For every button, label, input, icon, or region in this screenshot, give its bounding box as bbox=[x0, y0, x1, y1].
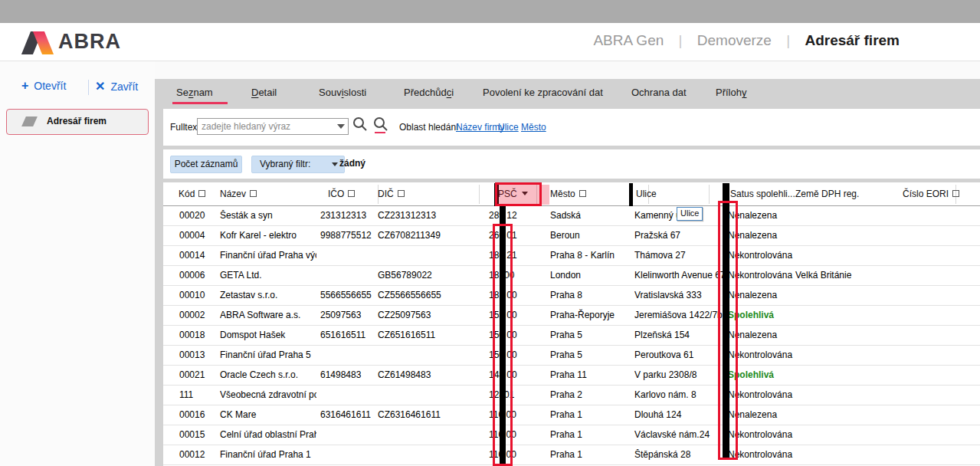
table-row[interactable]: 00020Šesták a syn231312313CZ231312313289… bbox=[163, 205, 980, 226]
column-header--slo-eori[interactable]: Číslo EORI bbox=[903, 189, 959, 199]
column-header-zem-dph-reg-[interactable]: Země DPH reg. bbox=[795, 189, 859, 199]
search-panel: Fulltext zadejte hledaný výraz Oblast hl… bbox=[163, 109, 980, 146]
cell-mesto: Praha 1 bbox=[550, 429, 582, 440]
table-row[interactable]: 00021Oracle Czech s.r.o.61498483CZ614984… bbox=[163, 365, 980, 386]
scope-link-ulice[interactable]: Ulice bbox=[498, 122, 519, 133]
column-header-n-zev[interactable]: Název bbox=[220, 189, 257, 199]
cell-kod: 00010 bbox=[179, 290, 205, 300]
cell-kod: 00002 bbox=[179, 310, 205, 320]
column-header-di-[interactable]: DIČ bbox=[378, 189, 405, 199]
search-icon[interactable] bbox=[352, 116, 369, 135]
open-button[interactable]: +Otevřít bbox=[21, 79, 66, 93]
table-row[interactable]: 00010Zetastav s.r.o.5566556655CZ55665566… bbox=[163, 285, 980, 306]
cell-ulice: V parku 2308/8 bbox=[634, 369, 727, 380]
cell-ulice: Pražská 67 bbox=[634, 230, 727, 241]
abra-logo-text: ABRA bbox=[58, 30, 121, 54]
tab-p-lohy[interactable]: Přílohy bbox=[716, 87, 746, 98]
selected-filter-dropdown[interactable]: Vybraný filtr: bbox=[251, 156, 345, 173]
cell-mesto: Praha 8 bbox=[550, 290, 582, 300]
scope-link-m-sto[interactable]: Město bbox=[521, 122, 546, 133]
cell-nazev: Finanční úřad Praha 5 bbox=[220, 350, 316, 360]
column-drag-line-ulice-header bbox=[629, 183, 633, 206]
cell-dic: CZ5566556655 bbox=[378, 290, 441, 300]
column-header-i-o[interactable]: IČO bbox=[328, 189, 355, 199]
cell-nazev: Finanční úřad Praha 1 bbox=[220, 449, 316, 460]
cell-ico: 6316461611 bbox=[320, 409, 371, 420]
cell-dic: CZ231312313 bbox=[378, 210, 436, 221]
breadcrumb-env: Demoverze bbox=[697, 32, 772, 48]
tab-souvislosti[interactable]: Souvislosti bbox=[319, 87, 366, 98]
cell-kod: 00018 bbox=[179, 330, 205, 340]
cell-ulice: Dlouhá 124 bbox=[634, 409, 727, 420]
sidebar: +Otevřít ✕Zavřít Adresář firem bbox=[0, 61, 155, 466]
cell-kod: 00021 bbox=[179, 369, 205, 380]
filter-square-icon bbox=[348, 190, 355, 197]
drag-tooltip: Ulice bbox=[677, 207, 703, 221]
tab-detail[interactable]: Detail bbox=[251, 87, 277, 98]
table-row[interactable]: 00006GETA Ltd.GB5678902218100LondonKleli… bbox=[163, 265, 980, 286]
column-header-satus-spolehli-[interactable]: Satus spolehli... bbox=[730, 189, 795, 199]
cell-kod: 00015 bbox=[179, 429, 205, 440]
sidebar-item-adresar-firem[interactable]: Adresář firem bbox=[6, 109, 149, 135]
table-row[interactable]: 00013Finanční úřad Praha 5150 00Praha 5P… bbox=[163, 345, 980, 366]
table-row[interactable]: 00012Finanční úřad Praha 1110 00Praha 1Š… bbox=[163, 445, 980, 465]
cell-dic: CZ61498483 bbox=[378, 369, 431, 380]
filter-square-icon bbox=[579, 190, 586, 197]
cell-nazev: Kofr Karel - elektro bbox=[220, 230, 316, 241]
table-row[interactable]: 00016CK Mare6316461611CZ6316461611110 00… bbox=[163, 405, 980, 425]
cell-nazev: Oracle Czech s.r.o. bbox=[220, 369, 316, 380]
cell-mesto: Praha 11 bbox=[550, 369, 587, 380]
table-row[interactable]: 111Všeobecná zdravotní pojišťovna12801Pr… bbox=[163, 385, 980, 405]
cell-nazev: CK Mare bbox=[220, 409, 316, 420]
cell-nazev: Celní úřad oblastní Praha bbox=[220, 429, 316, 440]
tab-seznam[interactable]: Seznam bbox=[176, 87, 213, 98]
cell-ico: 9988775512 bbox=[320, 230, 372, 241]
fulltext-label: Fulltext bbox=[170, 122, 200, 133]
tab-povolen-ke-zpracov-n-dat[interactable]: Povolení ke zpracování dat bbox=[483, 87, 603, 98]
table-row[interactable]: 00018Domspot Hašek651616511CZ65161651115… bbox=[163, 325, 980, 346]
column-header-m-sto[interactable]: Město bbox=[550, 189, 586, 199]
cell-nazev: Šesták a syn bbox=[220, 210, 316, 221]
cell-ulice: Štěpánská 28 bbox=[634, 449, 727, 460]
column-separator bbox=[709, 185, 710, 204]
cell-ulice: Thámova 27 bbox=[634, 250, 727, 261]
cell-dic: CZ25097563 bbox=[378, 310, 431, 320]
window-top-bar bbox=[0, 0, 980, 23]
active-tab-underline bbox=[172, 102, 228, 104]
highlight-psc-column bbox=[493, 224, 513, 466]
cell-mesto: Praha 8 - Karlín bbox=[550, 250, 615, 261]
highlight-status-column bbox=[718, 201, 738, 460]
cell-nazev: Zetastav s.r.o. bbox=[220, 290, 316, 300]
cell-ico: 231312313 bbox=[320, 210, 366, 221]
highlight-psc-header bbox=[495, 182, 542, 206]
tab-bar: SeznamDetailSouvislostiPředchůdciPovolen… bbox=[155, 79, 980, 107]
fulltext-search-icon[interactable] bbox=[373, 116, 390, 135]
cell-dic: CZ651616511 bbox=[378, 330, 435, 340]
cell-mesto: Praha-Řeporyje bbox=[550, 310, 615, 320]
scope-link-n-zev-firmy[interactable]: Název firmy bbox=[456, 122, 504, 133]
cell-dic: CZ6316461611 bbox=[378, 409, 441, 420]
tab-p-edch-dci[interactable]: Předchůdci bbox=[404, 87, 454, 98]
close-button[interactable]: ✕Zavřít bbox=[95, 79, 138, 94]
column-header-ulice[interactable]: Ulice bbox=[636, 189, 657, 199]
chevron-down-icon[interactable] bbox=[337, 124, 345, 129]
filter-square-icon bbox=[250, 190, 257, 197]
tab-ochrana-dat[interactable]: Ochrana dat bbox=[631, 87, 687, 98]
cell-ulice: Klelinworth Avenue 679 bbox=[634, 270, 727, 281]
breadcrumb-separator: | bbox=[679, 32, 683, 48]
table-row[interactable]: 00015Celní úřad oblastní Praha110 00Prah… bbox=[163, 425, 980, 445]
sidebar-divider bbox=[88, 80, 89, 95]
window-icon bbox=[21, 116, 38, 126]
table-row[interactable]: 00014Finanční úřad Praha východ186 21Pra… bbox=[163, 245, 980, 266]
cell-ico: 25097563 bbox=[320, 310, 361, 320]
column-header-k-d[interactable]: Kód bbox=[179, 189, 205, 199]
table-row[interactable]: 00002ABRA Software a.s.25097563CZ2509756… bbox=[163, 305, 980, 326]
cell-ulice: Václavské nám.24 bbox=[634, 429, 727, 440]
fulltext-input[interactable]: zadejte hledaný výraz bbox=[197, 118, 349, 135]
cell-kod: 111 bbox=[179, 389, 193, 400]
cell-mesto: Praha 5 bbox=[550, 330, 582, 340]
record-count-button[interactable]: Počet záznamů bbox=[170, 156, 242, 173]
table-row[interactable]: 00004Kofr Karel - elektro9988775512CZ670… bbox=[163, 225, 980, 246]
cell-ico: 651616511 bbox=[320, 330, 365, 340]
fulltext-placeholder: zadejte hledaný výraz bbox=[202, 121, 290, 132]
